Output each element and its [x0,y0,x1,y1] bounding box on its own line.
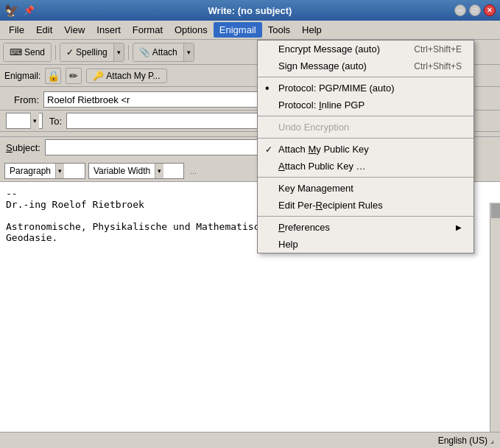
maximize-button[interactable]: □ [469,4,481,16]
menu-view[interactable]: View [58,22,91,38]
from-input[interactable] [43,91,272,108]
protocol-inline-label: Protocol: Inline PGP [278,99,365,111]
spelling-arrow[interactable]: ▾ [113,43,124,61]
preferences-label: Preferences [278,222,330,233]
menu-sep-2 [258,116,473,116]
per-recipient-item[interactable]: Edit Per-Recipient Rules [258,197,473,214]
spelling-label: Spelling [76,47,108,57]
close-button[interactable]: ✕ [484,4,496,16]
font-arrow[interactable]: ▾ [155,163,163,179]
encrypt-label: Encrypt Message (auto) [278,43,380,55]
status-bar: English (US) ⌟ [0,432,500,448]
minimize-button[interactable]: ─ [454,4,466,16]
font-select[interactable]: Variable Width ▾ [88,163,184,179]
protocol-pgp-item[interactable]: Protocol: PGP/MIME (auto) [258,80,473,97]
menu-file[interactable]: File [3,22,30,38]
preferences-item[interactable]: Preferences ▶ [258,219,473,236]
send-label: Send [24,47,45,57]
toolbar-sep-1 [55,45,56,60]
attach-my-key-label: Attach My Public Key [278,144,369,155]
menu-help[interactable]: Help [296,22,328,38]
attach-key-label: Attach My P... [106,71,160,81]
pin-icon: 📌 [24,5,35,15]
checkmark-icon: ✓ [66,47,74,57]
subject-input[interactable] [45,139,273,155]
app-icon: 🦅 [4,4,19,18]
undo-encryption-label: Undo Encryption [278,122,349,133]
title-bar-left: 🦅 📌 [4,4,35,18]
attach-public-key-label: Attach Public Key … [278,161,366,172]
format-more-dots: ... [190,167,197,175]
menu-sep-1 [258,77,473,77]
window-title: Write: (no subject) [208,5,292,16]
protocol-inline-item[interactable]: Protocol: Inline PGP [258,97,473,113]
attach-arrow[interactable]: ▾ [183,43,194,61]
enigmail-label: Enigmail: [4,71,41,81]
key-icon: 🔑 [93,71,104,81]
menu-tools[interactable]: Tools [262,22,296,38]
to-type-dropdown[interactable]: ▾ [6,113,43,129]
attach-public-key-item[interactable]: Attach Public Key … [258,158,473,175]
menu-enigmail[interactable]: Enigmail [214,22,262,38]
menu-sep-5 [258,216,473,217]
attach-label: Attach [152,47,177,57]
menu-format[interactable]: Format [127,22,169,38]
paragraph-select[interactable]: Paragraph ▾ [4,163,85,179]
menu-options[interactable]: Options [169,22,214,38]
send-button[interactable]: ⌨ Send [4,43,51,61]
to-type-value [7,120,30,122]
spelling-dropdown[interactable]: ✓ Spelling ▾ [60,43,124,62]
paragraph-value: Paragraph [5,166,55,176]
protocol-pgp-label: Protocol: PGP/MIME (auto) [278,83,395,94]
undo-encryption-item: Undo Encryption [258,119,473,136]
menu-insert[interactable]: Insert [91,22,127,38]
menu-bar: File Edit View Insert Format Options Eni… [0,21,500,40]
attach-my-key-item[interactable]: Attach My Public Key [258,141,473,158]
enigmail-dropdown-menu: Encrypt Message (auto) Ctrl+Shift+E Sign… [257,40,474,253]
title-bar-buttons: ─ □ ✕ [454,4,496,16]
paperclip-icon: 📎 [139,47,150,57]
spelling-button[interactable]: ✓ Spelling [60,43,113,61]
help-item[interactable]: Help [258,236,473,253]
from-label: From: [6,94,39,105]
title-bar: 🦅 📌 Write: (no subject) ─ □ ✕ [0,0,500,21]
menu-sep-3 [258,138,473,139]
attach-button[interactable]: 📎 Attach [133,43,183,61]
scrollbar-thumb[interactable] [491,203,500,218]
font-value: Variable Width [89,166,155,176]
language-status: English (US) [438,435,487,446]
toolbar-sep-2 [128,45,129,60]
sign-message-item[interactable]: Sign Message (auto) Ctrl+Shift+S [258,57,473,74]
menu-edit[interactable]: Edit [30,22,58,38]
to-type-arrow[interactable]: ▾ [30,113,39,129]
encrypt-message-item[interactable]: Encrypt Message (auto) Ctrl+Shift+E [258,41,473,57]
resize-icon: ⌟ [490,436,494,444]
right-scrollbar[interactable] [490,203,500,432]
to-input[interactable] [66,113,276,129]
help-label: Help [278,239,298,250]
key-management-item[interactable]: Key Management [258,180,473,197]
preferences-arrow: ▶ [456,223,462,231]
sign-shortcut: Ctrl+Shift+S [414,61,462,71]
menu-sep-4 [258,177,473,178]
paragraph-arrow[interactable]: ▾ [55,163,64,179]
pencil-icon[interactable]: ✏ [66,68,82,84]
attach-dropdown[interactable]: 📎 Attach ▾ [133,43,194,62]
lock-icon[interactable]: 🔒 [45,68,61,84]
subject-label: Subject: [6,142,41,153]
attach-key-button[interactable]: 🔑 Attach My P... [86,69,166,83]
key-management-label: Key Management [278,183,353,194]
send-dropdown[interactable]: ⌨ Send [3,43,52,62]
send-icon: ⌨ [10,47,22,57]
to-label: To: [47,116,62,127]
encrypt-shortcut: Ctrl+Shift+E [414,44,462,55]
sign-label: Sign Message (auto) [278,60,367,71]
per-recipient-label: Edit Per-Recipient Rules [278,200,383,211]
